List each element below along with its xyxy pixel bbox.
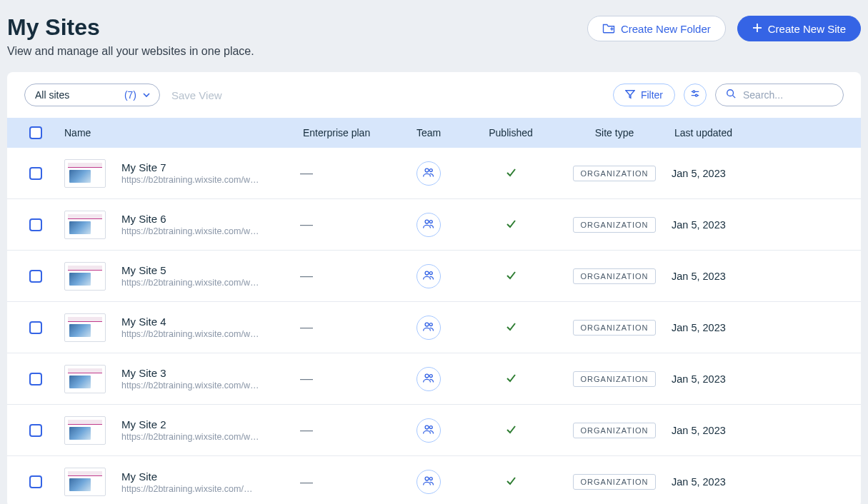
site-type-badge: ORGANIZATION [573,166,657,181]
row-checkbox[interactable] [29,270,42,283]
team-button[interactable] [416,264,441,288]
team-button[interactable] [416,161,441,186]
check-icon [505,218,517,232]
svg-point-22 [429,425,432,428]
svg-point-6 [693,91,695,93]
site-title[interactable]: My Site [121,470,252,483]
sliders-icon [690,89,700,101]
col-header-published[interactable]: Published [464,127,557,138]
search-icon [726,89,736,101]
team-button[interactable] [416,367,441,391]
row-checkbox[interactable] [29,475,42,488]
site-url[interactable]: https://b2btraining.wixsite.com/w… [121,380,259,390]
team-button[interactable] [416,470,441,494]
plus-icon [752,23,762,35]
table-row[interactable]: My Sitehttps://b2btraining.wixsite.com/…… [7,456,861,504]
enterprise-plan-value: — [300,320,393,335]
page-title: My Sites [7,14,254,41]
svg-point-18 [429,323,432,326]
col-header-plan[interactable]: Enterprise plan [300,127,393,138]
team-button[interactable] [416,418,441,443]
team-icon [422,269,435,283]
check-icon [505,475,517,489]
create-new-site-button[interactable]: Create New Site [737,16,861,41]
last-updated-value: Jan 5, 2023 [672,322,814,333]
site-url[interactable]: https://b2btraining.wixsite.com/w… [121,329,259,339]
check-icon [505,321,517,335]
create-new-folder-button[interactable]: Create New Folder [587,16,726,41]
table-row[interactable]: My Site 7https://b2btraining.wixsite.com… [7,148,861,199]
site-thumbnail[interactable] [64,416,106,445]
site-title[interactable]: My Site 5 [121,264,259,276]
site-type-badge: ORGANIZATION [573,268,657,284]
team-icon [422,423,435,438]
col-header-name[interactable]: Name [64,127,300,138]
site-thumbnail[interactable] [64,211,106,239]
dropdown-label: All sites [35,89,69,101]
last-updated-value: Jan 5, 2023 [672,219,814,231]
site-thumbnail[interactable] [64,262,106,291]
team-icon [422,166,435,181]
site-url[interactable]: https://b2btraining.wixsite.com/w… [121,175,259,185]
enterprise-plan-value: — [300,166,393,181]
published-status [464,321,557,335]
site-thumbnail[interactable] [64,159,106,188]
check-icon [505,372,517,386]
toolbar: All sites (7) Save View Filter [7,72,861,118]
page-subtitle: View and manage all your websites in one… [7,45,254,58]
site-type-badge: ORGANIZATION [573,474,657,490]
sites-filter-dropdown[interactable]: All sites (7) [24,84,160,106]
col-header-site-type[interactable]: Site type [557,127,672,138]
svg-point-23 [425,477,429,480]
last-updated-value: Jan 5, 2023 [672,271,814,282]
site-url[interactable]: https://b2btraining.wixsite.com/w… [121,432,259,442]
team-button[interactable] [416,213,441,237]
site-title[interactable]: My Site 4 [121,316,259,328]
site-title[interactable]: My Site 2 [121,418,259,430]
site-type-badge: ORGANIZATION [573,423,657,438]
team-button[interactable] [416,316,441,340]
site-thumbnail[interactable] [64,468,106,496]
site-url[interactable]: https://b2btraining.wixsite.com/w… [121,226,259,236]
last-updated-value: Jan 5, 2023 [672,373,814,385]
table-row[interactable]: My Site 4https://b2btraining.wixsite.com… [7,302,861,353]
team-icon [422,372,435,386]
published-status [464,372,557,386]
site-url[interactable]: https://b2btraining.wixsite.com/w… [121,278,259,288]
col-header-team[interactable]: Team [393,127,464,138]
published-status [464,475,557,489]
row-checkbox[interactable] [29,321,42,334]
table-row[interactable]: My Site 6https://b2btraining.wixsite.com… [7,199,861,251]
select-all-checkbox[interactable] [29,126,42,139]
row-checkbox[interactable] [29,424,42,437]
col-header-last-updated[interactable]: Last updated [672,127,814,138]
site-thumbnail[interactable] [64,313,106,342]
row-checkbox[interactable] [29,373,42,385]
save-view-button[interactable]: Save View [171,89,222,101]
svg-point-19 [425,374,429,378]
search-input[interactable] [742,89,827,101]
svg-point-24 [429,478,432,480]
table-header: Name Enterprise plan Team Published Site… [7,118,861,148]
svg-point-13 [425,220,429,223]
table-row[interactable]: My Site 5https://b2btraining.wixsite.com… [7,251,861,302]
svg-point-12 [429,168,432,171]
settings-sliders-button[interactable] [684,84,707,106]
site-title[interactable]: My Site 3 [121,367,259,379]
site-thumbnail[interactable] [64,365,106,393]
create-new-folder-label: Create New Folder [621,23,711,35]
site-url[interactable]: https://b2btraining.wixsite.com/… [121,484,252,494]
row-checkbox[interactable] [29,167,42,180]
published-status [464,269,557,283]
published-status [464,218,557,232]
row-checkbox[interactable] [29,218,42,231]
table-row[interactable]: My Site 3https://b2btraining.wixsite.com… [7,353,861,405]
filter-button[interactable]: Filter [613,84,675,106]
check-icon [505,269,517,283]
site-title[interactable]: My Site 7 [121,161,259,173]
search-field[interactable] [715,84,844,106]
team-icon [422,475,435,489]
table-row[interactable]: My Site 2https://b2btraining.wixsite.com… [7,405,861,456]
last-updated-value: Jan 5, 2023 [672,425,814,436]
site-title[interactable]: My Site 6 [121,213,259,225]
